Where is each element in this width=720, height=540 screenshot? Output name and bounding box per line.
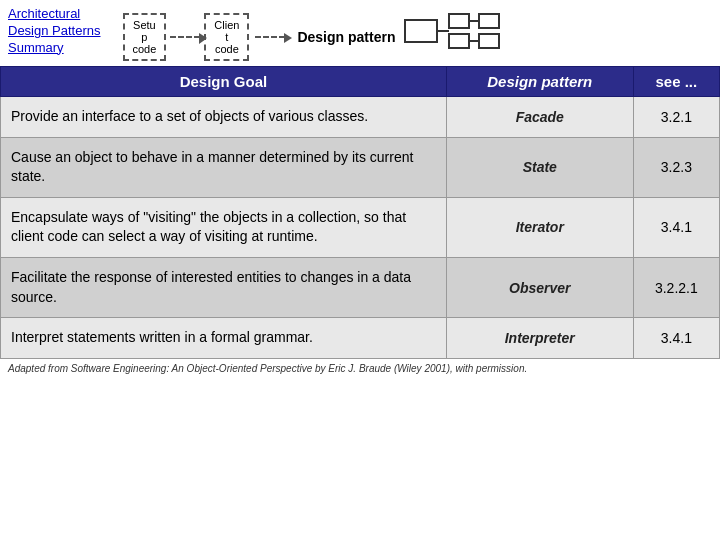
table-row: Interpret statements written in a formal… [1, 318, 720, 359]
title-line2: Design Patterns [8, 23, 101, 38]
table-row: Facilitate the response of interested en… [1, 257, 720, 317]
header: Architectural Design Patterns Summary Se… [0, 0, 720, 66]
table-header-row: Design Goal Design pattern see ... [1, 67, 720, 97]
td-pattern: Interpreter [446, 318, 633, 359]
svg-rect-0 [405, 20, 437, 42]
th-see: see ... [633, 67, 719, 97]
table-row: Provide an interface to a set of objects… [1, 97, 720, 138]
pattern-boxes-svg [403, 12, 503, 62]
main-table: Design Goal Design pattern see ... Provi… [0, 66, 720, 359]
table-row: Cause an object to behave in a manner de… [1, 137, 720, 197]
td-goal: Encapsulate ways of "visiting" the objec… [1, 197, 447, 257]
td-see: 3.2.2.1 [633, 257, 719, 317]
flow-box-setup: Setu p code [123, 13, 167, 61]
footer: Adapted from Software Engineering: An Ob… [0, 359, 720, 378]
flow-box-client: Clien t code [204, 13, 249, 61]
td-see: 3.2.1 [633, 97, 719, 138]
header-left: Architectural Design Patterns Summary [8, 6, 101, 57]
design-pattern-label: Design pattern [297, 29, 395, 45]
footer-text: Adapted from Software Engineering: An Ob… [8, 363, 527, 374]
td-pattern: Iterator [446, 197, 633, 257]
td-goal: Interpret statements written in a formal… [1, 318, 447, 359]
td-see: 3.2.3 [633, 137, 719, 197]
page-wrapper: Architectural Design Patterns Summary Se… [0, 0, 720, 378]
td-goal: Cause an object to behave in a manner de… [1, 137, 447, 197]
svg-rect-7 [479, 34, 499, 48]
td-see: 3.4.1 [633, 318, 719, 359]
th-goal: Design Goal [1, 67, 447, 97]
title-block: Architectural Design Patterns Summary [8, 6, 101, 57]
td-goal: Facilitate the response of interested en… [1, 257, 447, 317]
design-pattern-header: Design pattern [297, 12, 503, 62]
th-pattern: Design pattern [446, 67, 633, 97]
table-row: Encapsulate ways of "visiting" the objec… [1, 197, 720, 257]
svg-rect-2 [449, 14, 469, 28]
td-pattern: State [446, 137, 633, 197]
td-pattern: Observer [446, 257, 633, 317]
td-pattern: Facade [446, 97, 633, 138]
td-see: 3.4.1 [633, 197, 719, 257]
svg-rect-6 [479, 14, 499, 28]
flow-diagram: Setu p code Clien t code Design pattern [123, 6, 713, 62]
flow-arrow-2 [253, 36, 287, 38]
table-body: Provide an interface to a set of objects… [1, 97, 720, 359]
title-line3: Summary [8, 40, 64, 55]
title-link[interactable]: Architectural Design Patterns Summary [8, 6, 101, 57]
td-goal: Provide an interface to a set of objects… [1, 97, 447, 138]
flow-arrow-1 [170, 36, 200, 38]
svg-rect-3 [449, 34, 469, 48]
title-line1: Architectural [8, 6, 80, 21]
